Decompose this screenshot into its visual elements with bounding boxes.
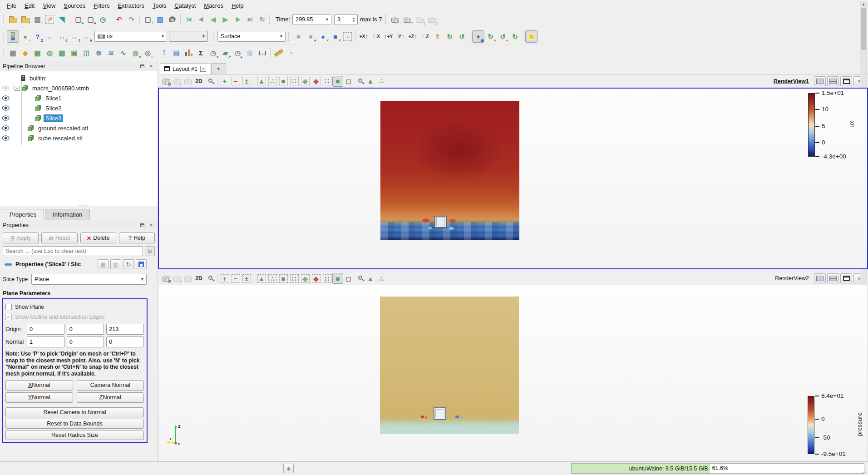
camera-bookmark1-icon[interactable]: 1: [414, 13, 426, 25]
origin-x-field[interactable]: [27, 324, 64, 335]
visibility-eye-icon[interactable]: [0, 85, 11, 91]
plot-over-line-icon[interactable]: ▰↗: [219, 47, 232, 59]
menu-help[interactable]: Help: [227, 1, 248, 10]
menu-catalyst[interactable]: Catalyst: [170, 1, 200, 10]
menu-extractors[interactable]: Extractors: [113, 1, 148, 10]
normal-x-field[interactable]: [27, 336, 64, 347]
reload-properties-icon[interactable]: ↻: [123, 259, 134, 269]
toolbar-handle[interactable]: [213, 32, 216, 41]
open-file-icon[interactable]: [7, 13, 19, 25]
toolbar-handle[interactable]: [385, 15, 387, 24]
rotate-90-cw-icon[interactable]: ↻: [444, 30, 456, 43]
select-cells-through-icon[interactable]: ■: [278, 273, 289, 284]
reset-camera-closest-icon[interactable]: ●×: [317, 30, 329, 43]
threshold-icon[interactable]: ▦: [31, 47, 44, 59]
tab-properties[interactable]: Properties: [2, 209, 44, 220]
split-vertical-button[interactable]: [827, 76, 839, 86]
dock-float-icon[interactable]: [138, 222, 146, 228]
tree-expander-icon[interactable]: −: [15, 86, 20, 91]
rescale-custom-range-icon[interactable]: ↔c: [56, 30, 68, 43]
contour-icon[interactable]: ◎: [44, 47, 56, 59]
color-by-combobox[interactable]: ux▼: [94, 31, 167, 42]
subtract-selection-icon[interactable]: −: [230, 76, 241, 87]
toggle-selection-icon[interactable]: ±: [241, 273, 252, 284]
dock-float-icon[interactable]: [138, 63, 146, 69]
clip-icon[interactable]: ▥: [56, 47, 68, 59]
histogram-icon[interactable]: [182, 47, 195, 59]
select-points-on-icon[interactable]: ∴: [267, 76, 278, 87]
pipeline-item-slice3[interactable]: Slice3: [0, 113, 158, 123]
origin-y-field[interactable]: [67, 324, 104, 335]
toolbar-handle[interactable]: [288, 32, 291, 41]
redo-icon[interactable]: ↷: [125, 13, 138, 25]
add-layout-tab[interactable]: +: [211, 63, 226, 74]
visibility-eye-icon[interactable]: [0, 105, 11, 111]
interactive-select-blocks-icon[interactable]: ◻: [343, 76, 354, 87]
zoom-closest-icon[interactable]: ■×: [329, 30, 341, 43]
extract-block-icon[interactable]: ◎○: [142, 47, 154, 59]
tab-layout1[interactable]: Layout #1 ×: [160, 63, 210, 74]
toolbar-handle[interactable]: [3, 49, 5, 58]
show-outline-checkbox[interactable]: ✓ Show Outline and Intersection Edges: [5, 312, 144, 322]
zoom-to-box-icon[interactable]: ◦: [341, 30, 354, 43]
pipeline-item-macrs-0006580-vtmb[interactable]: −macrs_0006580.vtmb: [0, 83, 158, 93]
select-cells-polygon-icon[interactable]: ◆: [300, 76, 311, 87]
save-data-icon[interactable]: ↓: [19, 13, 31, 25]
slice-icon[interactable]: ◆: [19, 47, 31, 59]
server-disconnect-icon[interactable]: ▢●: [84, 13, 97, 25]
choose-preset-icon[interactable]: ?2: [31, 30, 44, 43]
play-icon[interactable]: ▶: [219, 13, 232, 25]
hover-points-icon[interactable]: [354, 273, 365, 284]
hover-cells-icon[interactable]: ▲: [365, 76, 376, 87]
view-minus-y-icon[interactable]: -Y↑: [395, 30, 407, 43]
menu-filters[interactable]: Filters: [89, 1, 113, 10]
select-points-through-icon[interactable]: ∷: [289, 76, 300, 87]
split-horizontal-button[interactable]: [814, 273, 826, 283]
pipeline-item-cube-rescaled-stl[interactable]: cube.rescaled.stl: [0, 133, 158, 143]
extract-selection-icon[interactable]: ▤: [170, 47, 182, 59]
menu-macros[interactable]: Macros: [200, 1, 227, 10]
test-tube-icon[interactable]: ◥: [56, 13, 68, 25]
renderview2-title[interactable]: RenderView2: [775, 275, 809, 282]
select-cells-polygon-icon[interactable]: ◆: [300, 273, 311, 284]
close-layout-icon[interactable]: ×: [200, 66, 206, 72]
menu-edit[interactable]: Edit: [20, 1, 39, 10]
capture-view-icon[interactable]: [182, 76, 193, 87]
protractor-icon[interactable]: ◔: [285, 47, 297, 59]
reset-to-data-bounds-button[interactable]: Reset to Data Bounds: [5, 419, 144, 429]
split-horizontal-button[interactable]: [814, 76, 826, 86]
select-cells-on-icon[interactable]: ▲: [256, 273, 267, 284]
frame-spinbox[interactable]: 3▲▼: [334, 14, 358, 25]
slice-type-combobox[interactable]: Plane▼: [31, 274, 147, 285]
visibility-eye-icon[interactable]: [0, 115, 11, 121]
tab-information[interactable]: Information: [45, 209, 90, 220]
capture-view-icon[interactable]: [182, 273, 193, 284]
programmable-filter-icon[interactable]: {…}: [256, 47, 268, 59]
show-center-icon[interactable]: ↻: [509, 30, 521, 43]
capture-screenshot-icon[interactable]: ↺: [161, 273, 172, 284]
reset-session-icon[interactable]: ◷: [97, 13, 109, 25]
scroll-up-icon[interactable]: ▲: [860, 1, 867, 8]
view-minus-x-icon[interactable]: ↑-X: [370, 30, 382, 43]
zoom-to-box-icon[interactable]: [204, 273, 215, 284]
view-plus-z-icon[interactable]: +Z↑: [407, 30, 419, 43]
capture-all-views-icon[interactable]: ↺: [172, 76, 182, 87]
subtract-selection-icon[interactable]: −: [230, 273, 241, 284]
normal-z-field[interactable]: [106, 336, 144, 347]
renderview1-title[interactable]: RenderView1: [774, 78, 809, 84]
plot-selection-over-time-icon[interactable]: ◷▲: [232, 47, 244, 59]
rotate-90-ccw-icon[interactable]: ↺: [456, 30, 468, 43]
save-defaults-icon[interactable]: [136, 259, 147, 269]
pick-points-icon[interactable]: ∴: [376, 273, 387, 284]
camera-normal-button[interactable]: Camera Normal: [77, 380, 144, 391]
calculator-icon[interactable]: ▦: [7, 47, 19, 59]
select-points-polygon-icon[interactable]: ◆: [311, 76, 321, 87]
maximize-button[interactable]: [840, 273, 852, 283]
copy-properties-icon[interactable]: ▤: [98, 259, 108, 269]
camera-add-icon[interactable]: +: [401, 13, 414, 25]
x-normal-button[interactable]: X Normal: [5, 380, 73, 391]
render-view-2[interactable]: 6.4e+010-50-9.5e+01pressure ZYX: [158, 285, 868, 461]
loop-icon[interactable]: ↻: [256, 13, 268, 25]
color-palette-icon[interactable]: [166, 13, 178, 25]
reset-radius-size-button[interactable]: Reset Radius Size: [5, 430, 144, 440]
